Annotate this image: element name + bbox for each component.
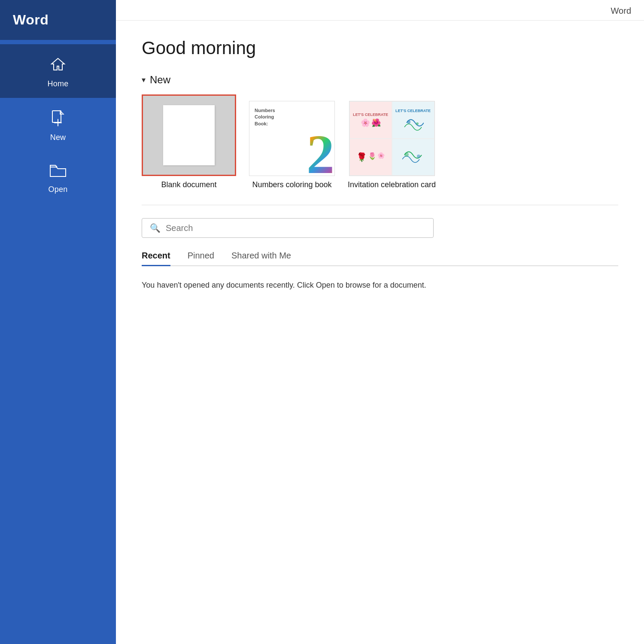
- sidebar-nav: Home New Open: [0, 40, 116, 204]
- blank-doc-inner: [163, 105, 215, 165]
- svg-point-4: [417, 155, 420, 158]
- numbers-coloring-thumb: NumbersColoringBook: 2: [249, 101, 335, 176]
- blank-doc-label: Blank document: [161, 180, 216, 189]
- numbers-thumb-text: NumbersColoringBook:: [255, 107, 275, 127]
- document-tabs: Recent Pinned Shared with Me: [142, 251, 618, 266]
- templates-row: Blank document NumbersColoringBook: 2 Nu…: [142, 94, 618, 189]
- sidebar: Word Home New: [0, 0, 116, 644]
- tab-pinned[interactable]: Pinned: [188, 251, 214, 266]
- new-section-toggle[interactable]: ▾ New: [142, 74, 618, 86]
- search-bar[interactable]: 🔍: [142, 218, 434, 238]
- new-doc-icon: [51, 110, 65, 129]
- svg-rect-0: [52, 111, 61, 122]
- template-invitation[interactable]: LET'S CELEBRATE 🌸 🌺 LET'S CELEBRATE: [348, 101, 436, 189]
- inv-cell-top-right: LET'S CELEBRATE: [392, 101, 434, 139]
- swirl-icon: [402, 114, 424, 131]
- numbers-coloring-label: Numbers coloring book: [252, 180, 331, 189]
- template-blank[interactable]: Blank document: [142, 94, 236, 189]
- sidebar-app-title: Word: [0, 0, 116, 40]
- svg-point-3: [404, 152, 409, 157]
- tab-recent[interactable]: Recent: [142, 251, 170, 266]
- search-input[interactable]: [166, 223, 425, 233]
- sidebar-item-new-label: New: [50, 133, 66, 142]
- template-numbers-coloring[interactable]: NumbersColoringBook: 2 Numbers coloring …: [249, 101, 335, 189]
- new-section-label: New: [150, 74, 170, 86]
- invitation-thumb: LET'S CELEBRATE 🌸 🌺 LET'S CELEBRATE: [349, 101, 435, 176]
- sidebar-item-home[interactable]: Home: [0, 44, 116, 98]
- sidebar-item-home-label: Home: [48, 79, 69, 88]
- greeting-heading: Good morning: [142, 38, 618, 58]
- chevron-down-icon: ▾: [142, 75, 146, 85]
- sidebar-item-open-label: Open: [49, 185, 68, 194]
- sidebar-item-open[interactable]: Open: [0, 152, 116, 204]
- sidebar-item-new[interactable]: New: [0, 98, 116, 152]
- topbar: Word: [116, 0, 644, 21]
- svg-point-2: [416, 122, 419, 125]
- svg-point-1: [407, 120, 410, 124]
- inv-cell-bottom-right: [392, 139, 434, 176]
- invitation-grid: LET'S CELEBRATE 🌸 🌺 LET'S CELEBRATE: [349, 101, 434, 176]
- inv-cell-top-left: LET'S CELEBRATE 🌸 🌺: [349, 101, 392, 139]
- empty-recent-message: You haven't opened any documents recentl…: [142, 276, 618, 294]
- numbers-thumb-numeral: 2: [307, 126, 334, 176]
- search-icon: 🔍: [150, 223, 161, 233]
- tab-shared[interactable]: Shared with Me: [231, 251, 291, 266]
- topbar-app-name: Word: [611, 6, 631, 16]
- folder-icon: [49, 164, 67, 181]
- main-content: Word Good morning ▾ New Blank document N…: [116, 0, 644, 644]
- content-area: Good morning ▾ New Blank document Number…: [116, 21, 644, 311]
- inv-cell-bottom-left: 🌹 🌷 🌸: [349, 139, 392, 176]
- home-icon: [50, 56, 66, 75]
- blank-doc-thumb: [142, 94, 236, 176]
- swirl-icon-2: [402, 149, 424, 166]
- invitation-label: Invitation celebration card: [348, 180, 436, 189]
- section-divider: [142, 205, 618, 205]
